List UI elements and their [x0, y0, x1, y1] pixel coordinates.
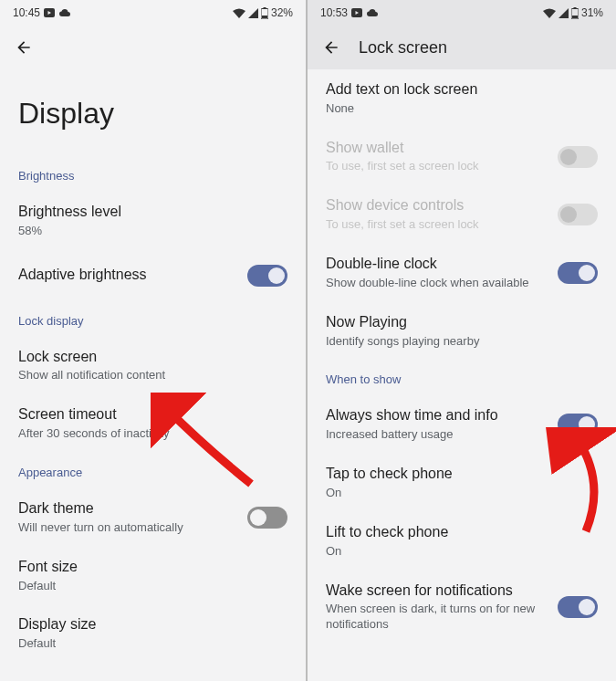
screen-lock-screen-settings: 10:53 31% Lock screen Add text on lock s…	[308, 0, 616, 681]
setting-title: Now Playing	[326, 313, 598, 332]
setting-title: Show wallet	[326, 139, 548, 158]
page-title: Display	[0, 69, 306, 156]
toggle-switch[interactable]	[247, 265, 287, 287]
setting-title: Dark theme	[18, 499, 238, 519]
status-time: 10:53	[320, 6, 348, 19]
setting-text: Screen timeoutAfter 30 seconds of inacti…	[18, 405, 287, 442]
status-time: 10:45	[13, 6, 40, 19]
setting-text: Double-line clockShow double-line clock …	[326, 255, 548, 291]
toggle-switch[interactable]	[558, 414, 598, 435]
setting-row[interactable]: Add text on lock screenNone	[308, 69, 616, 128]
setting-title: Brightness level	[18, 203, 287, 222]
arrow-back-icon	[322, 38, 340, 57]
setting-subtitle: None	[326, 101, 598, 117]
setting-title: Show device controls	[326, 196, 548, 215]
setting-row[interactable]: Double-line clockShow double-line clock …	[308, 244, 616, 302]
youtube-icon	[44, 8, 55, 17]
youtube-icon	[351, 8, 362, 17]
setting-text: Lock screenShow all notification content	[18, 348, 287, 384]
section-header: Appearance	[0, 453, 306, 488]
setting-subtitle: Show double-line clock when available	[326, 276, 548, 291]
setting-title: Adaptive brightness	[18, 266, 238, 285]
toggle-switch[interactable]	[558, 596, 598, 618]
setting-subtitle: Will never turn on automatically	[18, 520, 238, 536]
setting-row[interactable]: Brightness level58%	[0, 192, 306, 250]
setting-row[interactable]: Adaptive brightness	[0, 250, 306, 301]
toggle-switch[interactable]	[558, 262, 598, 284]
setting-subtitle: On	[326, 544, 598, 560]
section-header: When to show	[308, 360, 616, 395]
setting-subtitle: Show all notification content	[18, 368, 287, 383]
settings-list-left: BrightnessBrightness level58%Adaptive br…	[0, 156, 306, 663]
setting-row[interactable]: Tap to check phoneOn	[308, 454, 616, 512]
setting-title: Screen timeout	[18, 405, 287, 424]
setting-title: Lift to check phone	[326, 523, 598, 542]
wifi-icon	[543, 8, 556, 18]
setting-subtitle: Increased battery usage	[326, 427, 548, 443]
setting-title: Add text on lock screen	[326, 80, 598, 100]
setting-title: Tap to check phone	[326, 465, 598, 484]
setting-text: Add text on lock screenNone	[326, 80, 598, 117]
setting-row[interactable]: Show walletTo use, first set a screen lo…	[308, 128, 616, 186]
setting-text: Adaptive brightness	[18, 266, 238, 285]
setting-row[interactable]: Always show time and infoIncreased batte…	[308, 395, 616, 454]
wifi-icon	[233, 8, 245, 18]
setting-row[interactable]: Wake screen for notificationsWhen screen…	[308, 571, 616, 644]
setting-subtitle: Default	[18, 636, 287, 652]
status-battery-pct: 31%	[581, 6, 603, 19]
setting-subtitle: When screen is dark, it turns on for new…	[326, 602, 548, 633]
setting-text: Always show time and infoIncreased batte…	[326, 406, 548, 443]
section-header: Brightness	[0, 156, 306, 192]
setting-row[interactable]: Screen timeoutAfter 30 seconds of inacti…	[0, 394, 306, 453]
setting-subtitle: Identify songs playing nearby	[326, 334, 598, 350]
setting-title: Double-line clock	[326, 255, 548, 274]
cloud-icon	[366, 8, 379, 17]
toggle-switch[interactable]	[247, 507, 287, 529]
status-bar: 10:45 32%	[0, 0, 306, 26]
settings-list-right: Add text on lock screenNoneShow walletTo…	[308, 69, 616, 644]
toggle-switch	[558, 146, 598, 168]
setting-subtitle: 58%	[18, 224, 287, 239]
setting-title: Display size	[18, 615, 287, 634]
setting-text: Brightness level58%	[18, 203, 287, 239]
setting-text: Lift to check phoneOn	[326, 523, 598, 560]
setting-text: Show device controlsTo use, first set a …	[326, 196, 548, 233]
setting-text: Dark themeWill never turn on automatical…	[18, 499, 238, 536]
battery-icon	[571, 7, 579, 19]
setting-row[interactable]: Font sizeDefault	[0, 547, 306, 605]
setting-title: Wake screen for notifications	[326, 581, 548, 601]
header-row: Lock screen	[308, 26, 616, 69]
status-battery-pct: 32%	[271, 6, 293, 19]
section-header: Lock display	[0, 301, 306, 337]
back-button[interactable]	[13, 37, 35, 58]
setting-row[interactable]: Dark themeWill never turn on automatical…	[0, 488, 306, 547]
svg-rect-7	[572, 16, 578, 18]
page-title: Lock screen	[359, 38, 447, 58]
setting-text: Show walletTo use, first set a screen lo…	[326, 139, 548, 175]
setting-subtitle: To use, first set a screen lock	[326, 159, 548, 174]
cloud-icon	[58, 8, 71, 17]
svg-rect-3	[262, 16, 267, 18]
signal-icon	[248, 8, 258, 18]
setting-text: Font sizeDefault	[18, 558, 287, 594]
setting-subtitle: To use, first set a screen lock	[326, 217, 548, 233]
setting-text: Now PlayingIdentify songs playing nearby	[326, 313, 598, 350]
setting-row[interactable]: Lock screenShow all notification content	[0, 337, 306, 395]
arrow-back-icon	[15, 38, 33, 57]
setting-text: Wake screen for notificationsWhen screen…	[326, 581, 548, 634]
setting-title: Font size	[18, 558, 287, 577]
setting-title: Lock screen	[18, 348, 287, 367]
setting-row[interactable]: Show device controlsTo use, first set a …	[308, 185, 616, 244]
battery-icon	[261, 7, 268, 19]
setting-subtitle: On	[326, 486, 598, 501]
setting-row[interactable]: Lift to check phoneOn	[308, 512, 616, 571]
setting-subtitle: After 30 seconds of inactivity	[18, 426, 287, 442]
screen-display-settings: 10:45 32% Display BrightnessBrightness l…	[0, 0, 308, 681]
back-button[interactable]	[320, 37, 342, 58]
setting-title: Always show time and info	[326, 406, 548, 425]
setting-row[interactable]: Display sizeDefault	[0, 604, 306, 663]
signal-icon	[559, 8, 569, 18]
setting-text: Tap to check phoneOn	[326, 465, 598, 501]
setting-row[interactable]: Now PlayingIdentify songs playing nearby	[308, 302, 616, 361]
setting-text: Display sizeDefault	[18, 615, 287, 652]
